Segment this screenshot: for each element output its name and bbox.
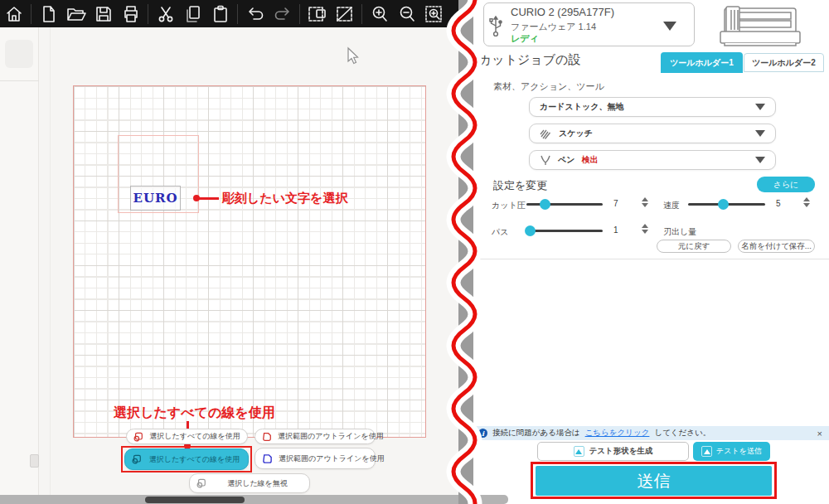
selected-text-object[interactable]: EURO — [130, 186, 181, 211]
cut-pressure-value: 7 — [613, 199, 618, 208]
chevron-down-icon — [755, 104, 765, 110]
open-folder-icon[interactable] — [62, 0, 90, 27]
machine-illustration — [718, 3, 802, 48]
more-settings-button[interactable]: さらに — [757, 177, 815, 192]
use-all-lines-button-top[interactable]: 選択したすべての線を使用 — [126, 429, 248, 444]
use-outline-button-bottom[interactable]: 選択範囲のアウトラインを使用 — [255, 448, 376, 469]
passes-value: 1 — [613, 225, 618, 235]
use-outline-button-top[interactable]: 選択範囲のアウトラインを使用 — [255, 429, 376, 444]
screenshot-tear-divider — [438, 0, 491, 504]
tool-dropdown[interactable]: ペン 検出 — [529, 150, 776, 170]
send-test-button[interactable]: テストを送信 — [693, 442, 770, 461]
paste-clipboard-icon[interactable] — [206, 0, 234, 27]
horizontal-scrollbar-thumb[interactable] — [145, 497, 245, 503]
passes-stepper[interactable] — [642, 224, 648, 234]
pen-tool-icon — [540, 154, 551, 167]
button-label: 選択したすべての線を使用 — [149, 431, 240, 442]
button-label: 選択範囲のアウトラインを使用 — [279, 453, 385, 464]
cut-job-heading: カットジョブの設 — [479, 52, 580, 68]
horizontal-scrollbar-track[interactable] — [0, 495, 508, 504]
sketch-icon — [540, 128, 552, 139]
speed-label: 速度 — [663, 200, 680, 211]
tab-label: ツールホルダー2 — [752, 57, 816, 69]
new-document-icon[interactable] — [35, 0, 62, 27]
blade-depth-label: 刃出し量 — [663, 226, 696, 238]
button-label: テスト形状を生成 — [589, 446, 653, 457]
cut-pressure-thumb[interactable] — [540, 199, 550, 210]
design-text: EURO — [133, 191, 177, 206]
toolbar-separator — [31, 4, 32, 24]
deselect-icon[interactable] — [331, 0, 358, 27]
section-divider — [478, 259, 829, 259]
panel-edge — [50, 27, 51, 495]
annotation-use-lines: 選択したすべての線を使用 — [114, 405, 275, 422]
toolbar-separator — [299, 4, 300, 24]
redo-icon[interactable] — [269, 0, 296, 27]
speed-stepper[interactable] — [803, 197, 810, 207]
connection-info-bar: i 接続に問題がある場合はこちらをクリックしてください。 × — [472, 426, 829, 440]
home-icon[interactable] — [0, 0, 27, 27]
material-section-label: 素材、アクション、ツール — [493, 80, 604, 93]
chevron-down-icon — [755, 157, 765, 163]
device-dropdown-caret-icon[interactable] — [663, 22, 676, 31]
passes-label: パス — [492, 226, 508, 238]
device-status: レディ — [511, 32, 539, 45]
use-all-lines-button-active[interactable]: 選択したすべての線を使用 — [124, 448, 249, 470]
outline-shape-icon — [262, 432, 272, 442]
button-label: 選択範囲のアウトラインを使用 — [278, 431, 384, 442]
test-shape-icon — [574, 446, 584, 457]
action-dropdown[interactable]: スケッチ — [529, 124, 776, 143]
tab-tool-holder-1[interactable]: ツールホルダー1 — [661, 52, 743, 73]
mouse-cursor — [345, 46, 360, 66]
settings-heading: 設定を変更 — [493, 178, 547, 193]
cut-pressure-stepper[interactable] — [642, 197, 648, 207]
send-button[interactable]: 送信 — [536, 466, 772, 496]
annotation-select-text: 彫刻したい文字を選択 — [222, 191, 347, 206]
button-label: 選択した線を無視 — [212, 478, 303, 489]
test-send-icon — [701, 446, 712, 457]
print-icon[interactable] — [117, 0, 144, 27]
save-icon[interactable] — [90, 0, 117, 27]
revert-button[interactable]: 元に戻す — [657, 240, 731, 253]
copy-icon[interactable] — [179, 0, 206, 27]
info-link[interactable]: こちらをクリック — [585, 428, 650, 439]
zoom-in-icon[interactable] — [366, 0, 393, 27]
material-dropdown[interactable]: カードストック、無地 — [529, 97, 776, 117]
use-lines-icon — [133, 432, 143, 442]
toolbar-separator — [237, 4, 238, 24]
panel-handle[interactable] — [30, 454, 39, 468]
passes-slider[interactable] — [526, 230, 603, 232]
button-label: 選択したすべての線を使用 — [148, 454, 241, 465]
dropdown-value: カードストック、無地 — [540, 101, 623, 113]
cut-pressure-slider[interactable] — [526, 203, 603, 206]
main-toolbar — [0, 0, 464, 27]
undo-icon[interactable] — [241, 0, 269, 27]
toolbar-separator — [361, 4, 362, 24]
select-all-icon[interactable] — [303, 0, 331, 27]
annotation-line — [199, 197, 219, 200]
button-label: テストを送信 — [716, 446, 762, 457]
close-icon[interactable]: × — [817, 429, 822, 439]
device-firmware: ファームウェア 1.14 — [511, 21, 596, 33]
tool-panel-item[interactable] — [5, 40, 33, 68]
app-window: EURO 彫刻したい文字を選択 選択したすべての線を使用 選択したすべての線を使… — [0, 0, 829, 504]
generate-test-shape-button[interactable]: テスト形状を生成 — [537, 442, 689, 461]
ignore-lines-icon — [196, 478, 206, 488]
tab-label: ツールホルダー1 — [670, 57, 734, 69]
dropdown-value: スケッチ — [559, 128, 593, 139]
dropdown-value: ペン — [558, 154, 574, 166]
toolbar-separator — [148, 4, 148, 24]
save-as-button[interactable]: 名前を付けて保存... — [738, 240, 815, 253]
tab-tool-holder-2[interactable]: ツールホルダー2 — [744, 53, 824, 72]
speed-thumb[interactable] — [718, 199, 729, 210]
passes-thumb[interactable] — [525, 225, 536, 236]
speed-value: 5 — [776, 199, 781, 208]
chevron-down-icon — [755, 130, 765, 137]
cut-scissors-icon[interactable] — [152, 0, 179, 27]
cut-pressure-label: カット圧 — [492, 200, 526, 211]
panel-divider — [0, 80, 39, 81]
ignore-lines-button[interactable]: 選択した線を無視 — [189, 473, 310, 493]
device-name: CURIO 2 (295A177F) — [511, 6, 614, 18]
info-text-prefix: 接続に問題がある場合は — [492, 428, 580, 439]
zoom-out-icon[interactable] — [393, 0, 420, 27]
